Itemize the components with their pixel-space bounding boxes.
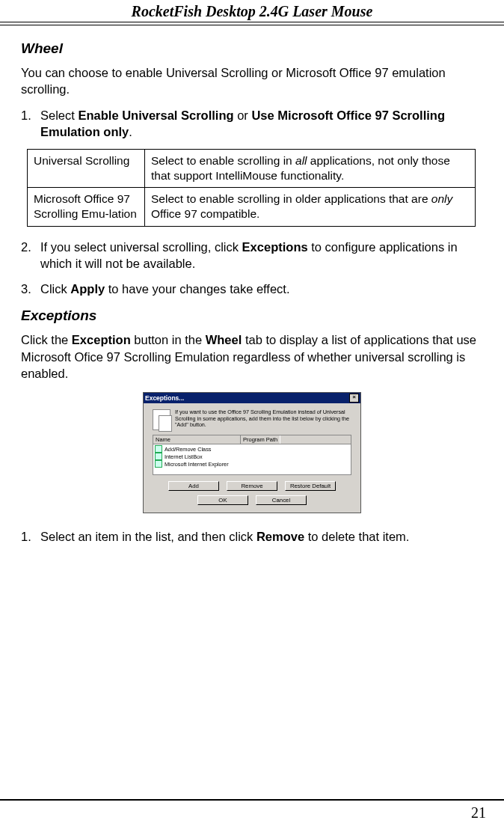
list-item-label: Internet ListBox <box>165 453 203 460</box>
exceptions-dialog-screenshot: Exceptions... × If you want to use the O… <box>21 392 483 513</box>
text: If you select universal scrolling, click <box>40 240 242 254</box>
app-icon <box>155 460 162 468</box>
list-item[interactable]: Microsoft Internet Explorer <box>154 460 350 468</box>
text: Click the <box>21 333 72 346</box>
step-number: 1. <box>21 107 40 141</box>
dialog-hint: If you want to use the Office 97 Scrolli… <box>153 409 351 430</box>
bold-exceptions: Exceptions <box>242 240 308 254</box>
page-header-title: RocketFish Desktop 2.4G Laser Mouse <box>21 0 483 22</box>
list-item-label: Microsoft Internet Explorer <box>165 461 229 468</box>
bold-remove: Remove <box>256 530 304 543</box>
app-icon <box>155 445 162 453</box>
close-icon[interactable]: × <box>349 394 359 403</box>
list-item[interactable]: Internet ListBox <box>154 453 350 460</box>
text: Select an item in the list, and then cli… <box>40 530 256 543</box>
page-number: 21 <box>471 804 486 822</box>
scrolling-options-table: Universal Scrolling Select to enable scr… <box>27 149 476 227</box>
step-number: 2. <box>21 239 40 272</box>
documents-icon <box>153 409 170 430</box>
list-item[interactable]: Add/Remove Class <box>154 445 350 453</box>
wheel-step-2: 2. If you select universal scrolling, cl… <box>21 239 483 272</box>
text: Office 97 compatible. <box>151 207 259 220</box>
cell-option-name: Universal Scrolling <box>28 150 145 188</box>
text: Select to enable scrolling in <box>151 154 295 167</box>
list-header: Name Program Path <box>153 435 351 444</box>
wheel-step-3: 3. Click Apply to have your changes take… <box>21 281 483 297</box>
app-icon <box>155 453 162 460</box>
bold-exception: Exception <box>72 333 131 346</box>
exceptions-heading: Exceptions <box>21 308 483 324</box>
cell-option-name: Microsoft Office 97 Scrolling Emu-lation <box>28 188 145 226</box>
exceptions-intro: Click the Exception button in the Wheel … <box>21 331 483 382</box>
text: to have your changes take effect. <box>105 282 289 296</box>
step-body: Select Enable Universal Scrolling or Use… <box>40 107 483 141</box>
table-row: Universal Scrolling Select to enable scr… <box>28 150 476 188</box>
text: button in the <box>131 333 206 346</box>
restore-default-button[interactable]: Restore Default <box>285 481 336 491</box>
exceptions-step-1: 1. Select an item in the list, and then … <box>21 528 483 545</box>
bold-option-1: Enable Universal Scrolling <box>78 108 233 122</box>
text: Click <box>40 282 70 296</box>
text: Select <box>40 108 78 122</box>
ok-button[interactable]: OK <box>197 495 248 505</box>
table-row: Microsoft Office 97 Scrolling Emu-lation… <box>28 188 476 226</box>
col-name[interactable]: Name <box>153 435 241 444</box>
bold-apply: Apply <box>70 282 105 296</box>
add-button[interactable]: Add <box>168 481 219 491</box>
dialog-hint-text: If you want to use the Office 97 Scrolli… <box>175 409 351 430</box>
footer-rule <box>0 799 504 801</box>
dialog-title: Exceptions... <box>145 394 184 402</box>
step-body: If you select universal scrolling, click… <box>40 239 483 272</box>
header-rule <box>0 22 504 25</box>
italic-text: all <box>295 154 307 167</box>
remove-button[interactable]: Remove <box>227 481 277 491</box>
step-number: 3. <box>21 281 40 297</box>
list-item-label: Add/Remove Class <box>165 446 211 453</box>
cell-option-desc: Select to enable scrolling in all applic… <box>145 150 476 188</box>
dialog-titlebar: Exceptions... × <box>144 393 360 403</box>
cell-option-desc: Select to enable scrolling in older appl… <box>145 188 476 226</box>
step-body: Select an item in the list, and then cli… <box>40 528 483 545</box>
text: or <box>234 108 252 122</box>
cancel-button[interactable]: Cancel <box>256 495 307 505</box>
step-body: Click Apply to have your changes take ef… <box>40 281 483 297</box>
step-number: 1. <box>21 528 40 545</box>
wheel-step-1: 1. Select Enable Universal Scrolling or … <box>21 107 483 141</box>
text: to delete that item. <box>304 530 409 543</box>
bold-wheel: Wheel <box>206 333 242 346</box>
list-box[interactable]: Add/Remove Class Internet ListBox Micros… <box>153 444 351 475</box>
text: Select to enable scrolling in older appl… <box>151 192 431 205</box>
wheel-intro: You can choose to enable Universal Scrol… <box>21 64 483 98</box>
italic-text: only <box>431 192 452 205</box>
text: . <box>129 125 132 138</box>
dialog-window: Exceptions... × If you want to use the O… <box>143 392 361 513</box>
wheel-heading: Wheel <box>21 40 483 57</box>
col-path[interactable]: Program Path <box>241 435 280 444</box>
